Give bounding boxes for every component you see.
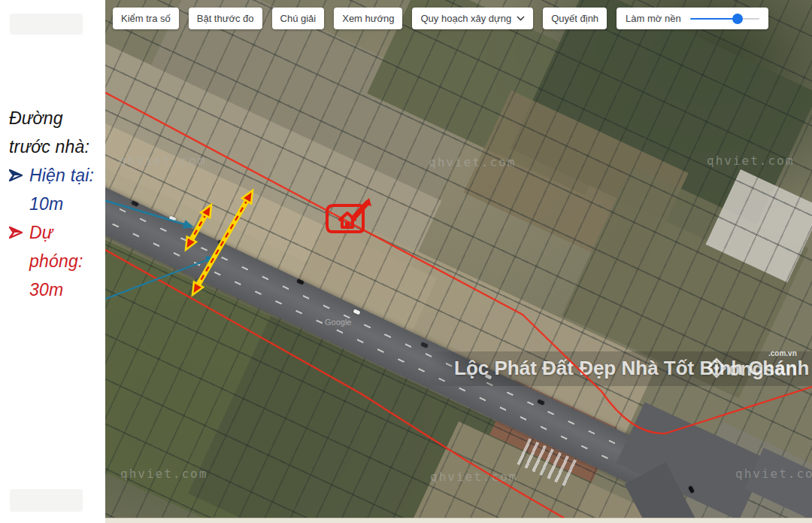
- button-label: Xem hướng: [342, 13, 394, 24]
- button-label: Kiểm tra số: [121, 13, 171, 24]
- arrowhead-right-bullet-icon: [9, 227, 23, 239]
- satellite-map[interactable]: Lộc Phát Đất Đẹp Nhà Tốt Bình Chánh ongs…: [105, 0, 812, 523]
- house-document-logo-icon: [322, 196, 371, 239]
- faint-logo-placeholder: [10, 14, 83, 35]
- faint-logo-placeholder: [10, 489, 83, 512]
- button-label: Quyết định: [551, 13, 598, 24]
- current-width-item: Hiện tại:: [9, 161, 104, 190]
- panel-heading-line: Đường: [9, 104, 104, 132]
- annotation-panel: Đường trước nhà: Hiện tại: 10m Dự phóng:…: [0, 0, 105, 523]
- construction-planning-dropdown[interactable]: Quy hoạch xây dựng: [412, 8, 533, 29]
- screenshot-stage: Lộc Phát Đất Đẹp Nhà Tốt Bình Chánh ongs…: [0, 0, 812, 523]
- site-watermark: qhviet.com: [119, 154, 206, 168]
- panel-heading-line: trước nhà:: [9, 132, 104, 161]
- site-watermark: qhviet.com: [430, 470, 517, 484]
- slider-fill: [690, 18, 738, 20]
- site-watermark: qhviet.com: [429, 155, 516, 169]
- button-label: Chú giải: [280, 13, 317, 24]
- site-watermark: qhviet.com: [120, 467, 208, 481]
- check-number-button[interactable]: Kiểm tra số: [113, 8, 179, 29]
- listing-watermark-text: Lộc Phát Đất Đẹp Nhà Tốt Bình Chánh: [454, 357, 809, 380]
- opacity-slider[interactable]: [690, 14, 759, 24]
- chevron-down-icon: [517, 16, 525, 21]
- planned-width-item: Dự: [9, 218, 104, 247]
- planned-width-label2: phóng:: [29, 247, 104, 275]
- site-watermark: qhviet.com: [735, 467, 812, 481]
- arrowhead-right-bullet-icon: [9, 169, 23, 181]
- decision-button[interactable]: Quyết định: [543, 8, 607, 29]
- planned-width-label: Dự: [29, 218, 53, 247]
- measure-tool-button[interactable]: Bật thước đo: [189, 8, 262, 29]
- legend-button[interactable]: Chú giải: [272, 8, 325, 29]
- current-width-label: Hiện tại:: [29, 161, 94, 190]
- opacity-label: Làm mờ nền: [626, 13, 681, 24]
- background-opacity-control: Làm mờ nền: [617, 8, 768, 29]
- map-bottom-edge-strip: [105, 518, 812, 523]
- current-width-value: 10m: [29, 190, 104, 218]
- site-watermark: qhviet.com: [707, 154, 794, 168]
- imagery-credit: Google: [325, 318, 351, 327]
- slider-thumb[interactable]: [732, 14, 743, 24]
- planned-width-value: 30m: [29, 275, 104, 304]
- map-toolbar: Kiểm tra số Bật thước đo Chú giải Xem hư…: [113, 8, 768, 29]
- view-direction-button[interactable]: Xem hướng: [334, 8, 402, 29]
- button-label: Bật thước đo: [197, 13, 254, 24]
- button-label: Quy hoạch xây dựng: [420, 13, 511, 24]
